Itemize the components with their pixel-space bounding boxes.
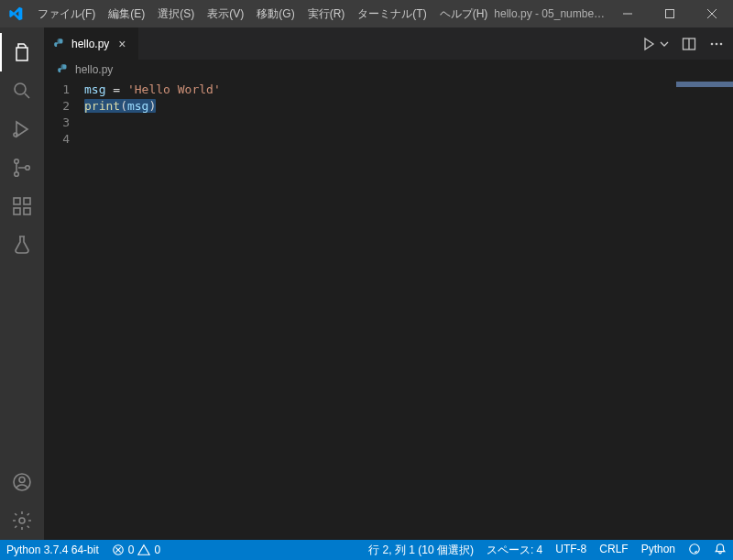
settings-gear-icon[interactable] — [0, 501, 44, 540]
tab-hello-py[interactable]: hello.py × — [44, 27, 139, 60]
minimap[interactable] — [651, 80, 733, 540]
svg-point-3 — [15, 159, 19, 164]
maximize-button[interactable] — [649, 0, 691, 27]
search-icon[interactable] — [0, 71, 44, 110]
menu-edit[interactable]: 編集(E) — [102, 0, 151, 27]
window-title: hello.py - 05_number - Visual Studio Cod… — [494, 7, 607, 20]
editor-tabs: hello.py × — [44, 27, 733, 60]
menu-view[interactable]: 表示(V) — [201, 0, 250, 27]
status-language-mode[interactable]: Python — [635, 543, 682, 555]
minimize-button[interactable] — [607, 0, 649, 27]
window-controls — [607, 0, 733, 27]
line-number: 4 — [44, 131, 84, 148]
svg-point-14 — [711, 42, 714, 45]
menu-run[interactable]: 実行(R) — [301, 0, 352, 27]
status-cursor-position[interactable]: 行 2, 列 1 (10 個選択) — [362, 543, 480, 558]
split-editor-icon[interactable] — [682, 37, 696, 51]
menu-file[interactable]: ファイル(F) — [31, 0, 102, 27]
status-warning-count: 0 — [154, 544, 160, 556]
status-eol[interactable]: CRLF — [593, 543, 634, 555]
menu-select[interactable]: 選択(S) — [151, 0, 201, 27]
svg-point-11 — [19, 478, 25, 483]
svg-point-12 — [19, 518, 25, 523]
svg-rect-9 — [24, 198, 30, 204]
svg-point-4 — [15, 172, 19, 177]
status-indentation[interactable]: スペース: 4 — [480, 543, 549, 558]
svg-rect-6 — [14, 198, 20, 204]
status-problems[interactable]: 0 0 — [105, 540, 167, 560]
accounts-icon[interactable] — [0, 463, 44, 501]
code-content[interactable]: msg = 'Hello World' print(msg) — [84, 80, 733, 540]
more-actions-icon[interactable] — [709, 37, 724, 51]
activity-bar — [0, 27, 44, 540]
breadcrumb-file: hello.py — [75, 63, 113, 76]
svg-point-1 — [15, 83, 26, 94]
source-control-icon[interactable] — [0, 148, 44, 187]
error-icon — [112, 544, 125, 556]
status-bar: Python 3.7.4 64-bit 0 0 行 2, 列 1 (10 個選択… — [0, 540, 733, 560]
menu-bar: ファイル(F) 編集(E) 選択(S) 表示(V) 移動(G) 実行(R) ター… — [31, 0, 494, 27]
vscode-logo-icon — [0, 6, 31, 21]
line-number: 2 — [44, 98, 84, 115]
main-area: hello.py × hell — [0, 27, 733, 540]
extensions-icon[interactable] — [0, 187, 44, 225]
warning-icon — [137, 544, 150, 556]
editor-toolbar — [632, 27, 733, 60]
status-feedback-icon[interactable] — [682, 543, 707, 555]
menu-help[interactable]: ヘルプ(H) — [433, 0, 495, 27]
title-bar: ファイル(F) 編集(E) 選択(S) 表示(V) 移動(G) 実行(R) ター… — [0, 0, 733, 27]
svg-point-2 — [14, 133, 17, 137]
tab-close-icon[interactable]: × — [115, 37, 129, 51]
code-line — [84, 131, 733, 148]
python-file-icon — [53, 38, 66, 50]
minimap-viewport[interactable] — [676, 82, 733, 87]
code-line — [84, 115, 733, 131]
tab-label: hello.py — [71, 38, 109, 50]
line-number: 3 — [44, 115, 84, 131]
menu-go[interactable]: 移動(G) — [250, 0, 301, 27]
line-number-gutter: 1 2 3 4 — [44, 80, 84, 540]
code-editor[interactable]: 1 2 3 4 msg = 'Hello World' print(msg) — [44, 80, 733, 540]
explorer-icon[interactable] — [0, 33, 44, 71]
debug-icon[interactable] — [0, 110, 44, 148]
status-notifications-icon[interactable] — [707, 543, 733, 555]
status-python-interpreter[interactable]: Python 3.7.4 64-bit — [0, 540, 105, 560]
breadcrumb[interactable]: hello.py — [44, 60, 733, 80]
menu-terminal[interactable]: ターミナル(T) — [351, 0, 432, 27]
editor-area: hello.py × hell — [44, 27, 733, 540]
status-error-count: 0 — [128, 544, 135, 556]
code-line: print(msg) — [84, 98, 733, 115]
svg-rect-8 — [24, 208, 30, 214]
chevron-down-icon[interactable] — [660, 39, 669, 49]
code-line: msg = 'Hello World' — [84, 82, 733, 98]
svg-rect-0 — [666, 10, 674, 18]
status-encoding[interactable]: UTF-8 — [549, 543, 593, 555]
run-file-icon[interactable] — [641, 37, 656, 51]
line-number: 1 — [44, 82, 84, 98]
svg-point-5 — [26, 166, 30, 170]
svg-point-16 — [720, 42, 723, 45]
svg-point-15 — [716, 42, 718, 45]
testing-icon[interactable] — [0, 225, 44, 264]
python-file-icon — [57, 63, 70, 76]
close-button[interactable] — [691, 0, 733, 27]
svg-rect-7 — [14, 208, 20, 214]
